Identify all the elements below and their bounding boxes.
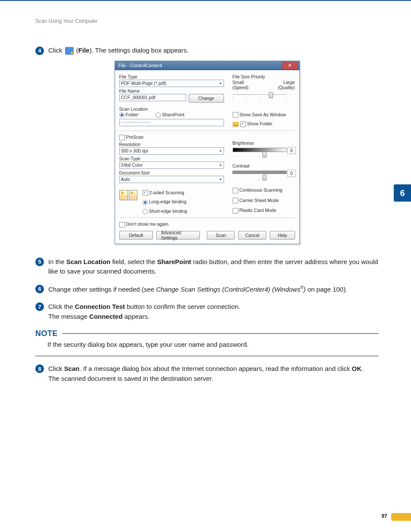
folder-icon[interactable] [233,122,239,127]
dialog-title: File - ControlCenter4 [118,63,162,68]
file-type-select[interactable]: PDF Multi-Page (*.pdf)▼ [119,80,224,87]
scan-type-label: Scan Type [119,156,224,161]
advanced-settings-button[interactable]: Advanced Settings [156,231,200,240]
show-save-as-checkbox[interactable]: Show Save As Window [233,112,286,117]
scan-button[interactable]: Scan [207,231,235,240]
short-edge-radio[interactable]: Short-edge binding [143,208,187,214]
duplex-preview-icon [119,190,137,200]
step-number-7: 7 [35,302,44,311]
step-number-4: 4 [35,47,44,55]
file-settings-dialog: File - ControlCenter4 ✕ File Type PDF Mu… [115,61,300,244]
step-4-text: Click (File). The settings dialog box ap… [48,46,189,56]
file-name-input[interactable]: CCF_000001.pdf [119,94,186,101]
step-number-8: 8 [35,364,44,373]
step-6-text: Change other settings if needed (see Cha… [48,284,347,295]
dont-show-checkbox[interactable]: Don't show me again. [119,221,170,227]
long-edge-radio[interactable]: Long-edge binding [143,199,187,204]
close-icon[interactable]: ✕ [282,62,298,69]
contrast-label: Contrast [233,163,295,168]
dialog-titlebar: File - ControlCenter4 ✕ [115,61,299,70]
file-icon [65,47,74,55]
prescan-checkbox[interactable]: PreScan [119,134,143,140]
brightness-slider[interactable]: 0 [233,147,295,154]
folder-radio[interactable]: Folder [119,112,139,118]
brightness-label: Brightness [233,140,295,146]
chapter-tab: 6 [394,184,411,202]
step-7-text: Click the Connection Test button to conf… [48,302,240,321]
resolution-label: Resolution [119,142,224,147]
chevron-down-icon: ▼ [219,178,222,181]
help-button[interactable]: Help [270,231,295,240]
change-button[interactable]: Change [189,94,224,103]
default-button[interactable]: Default [119,231,153,240]
two-sided-checkbox[interactable]: 2-sided Scanning [143,190,184,195]
show-folder-checkbox[interactable]: Show Folder [240,121,273,126]
step-5-text: In the Scan Location field, select the S… [48,257,379,277]
small-label: Small [233,80,244,85]
plastic-card-checkbox[interactable]: Plastic Card Mode [233,208,277,213]
quality-label: (Quality) [278,85,295,90]
step-number-5: 5 [35,258,44,266]
file-size-priority-label: File Size Priority [233,74,295,79]
document-size-select[interactable]: Auto▼ [119,176,224,183]
chevron-down-icon: ▼ [219,164,222,167]
large-label: Large [283,80,295,85]
carrier-sheet-checkbox[interactable]: Carrier Sheet Mode [233,198,279,203]
cancel-button[interactable]: Cancel [238,231,266,240]
file-name-label: File Name [119,88,224,93]
scan-location-path[interactable]: ━━━━━━━━━━━━━━━ [119,119,224,126]
file-type-label: File Type [119,74,224,79]
step-8-text: Click Scan. If a message dialog box abou… [48,364,363,383]
speed-label: (Speed) [233,85,249,90]
contrast-slider[interactable]: 0 [233,170,295,177]
note-rule [62,333,379,334]
file-size-slider[interactable]: ||||| [233,91,295,98]
scan-location-label: Scan Location [119,106,224,112]
step-number-6: 6 [35,285,44,293]
sharepoint-radio[interactable]: SharePoint [156,112,184,118]
chevron-down-icon: ▼ [219,82,222,85]
section-heading: Scan Using Your Computer [35,18,379,24]
resolution-select[interactable]: 300 x 300 dpi▼ [119,147,224,155]
scan-type-select[interactable]: 24bit Color▼ [119,162,224,169]
continuous-scanning-checkbox[interactable]: Continuous Scanning [233,187,283,193]
note-text: If the security dialog box appears, type… [47,341,379,348]
note-label: NOTE [35,329,58,338]
document-size-label: Document Size [119,170,224,175]
chevron-down-icon: ▼ [219,149,222,152]
note-rule-bottom [35,356,379,356]
